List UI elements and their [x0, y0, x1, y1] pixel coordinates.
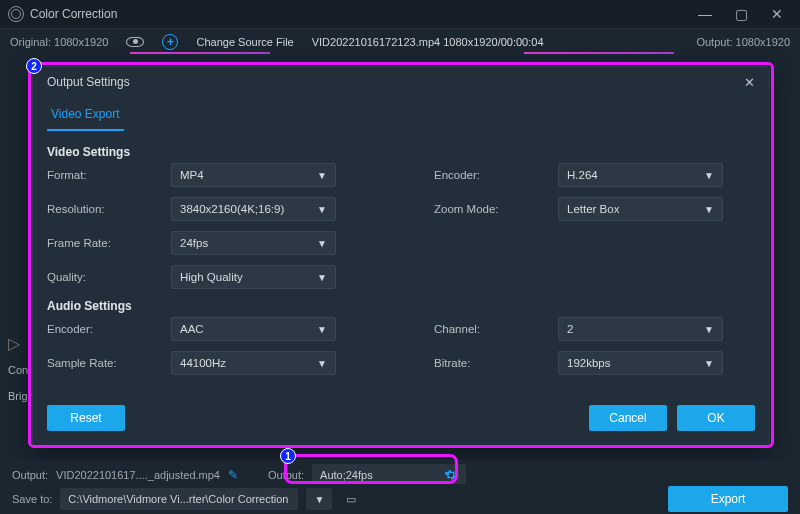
chevron-down-icon: ▼ — [704, 358, 714, 369]
channel-label: Channel: — [434, 323, 544, 335]
ok-button[interactable]: OK — [677, 405, 755, 431]
resolution-dropdown[interactable]: 3840x2160(4K;16:9)▼ — [171, 197, 336, 221]
tab-video-export[interactable]: Video Export — [47, 101, 124, 131]
encoder-dropdown[interactable]: H.264▼ — [558, 163, 723, 187]
dialog-title: Output Settings — [47, 75, 130, 89]
change-source-link[interactable]: Change Source File — [196, 36, 293, 48]
encoder-value: H.264 — [567, 169, 598, 181]
annotation-badge-2: 2 — [26, 58, 42, 74]
save-path-value: C:\Vidmore\Vidmore Vi...rter\Color Corre… — [68, 493, 288, 505]
preview-eye-icon[interactable] — [126, 37, 144, 47]
chevron-down-icon: ▼ — [317, 324, 327, 335]
app-logo-icon — [8, 6, 24, 22]
gear-icon[interactable] — [444, 468, 458, 482]
close-window-button[interactable]: ✕ — [762, 3, 792, 25]
original-dimensions: Original: 1080x1920 — [10, 36, 108, 48]
video-settings-heading: Video Settings — [47, 145, 755, 159]
maximize-button[interactable]: ▢ — [726, 3, 756, 25]
frame-rate-dropdown[interactable]: 24fps▼ — [171, 231, 336, 255]
resolution-value: 3840x2160(4K;16:9) — [180, 203, 284, 215]
audio-encoder-dropdown[interactable]: AAC▼ — [171, 317, 336, 341]
save-bar: Save to: C:\Vidmore\Vidmore Vi...rter\Co… — [0, 484, 800, 514]
chevron-down-icon: ▼ — [704, 170, 714, 181]
sample-rate-dropdown[interactable]: 44100Hz▼ — [171, 351, 336, 375]
chevron-down-icon: ▼ — [317, 358, 327, 369]
save-path-box[interactable]: C:\Vidmore\Vidmore Vi...rter\Color Corre… — [60, 488, 298, 510]
annotation-badge-1: 1 — [280, 448, 296, 464]
title-bar: Color Correction — ▢ ✕ — [0, 0, 800, 28]
chevron-down-icon: ▼ — [704, 204, 714, 215]
output-settings-dialog: Output Settings ✕ Video Export Video Set… — [32, 66, 770, 446]
chevron-down-icon: ▼ — [317, 238, 327, 249]
bitrate-label: Bitrate: — [434, 357, 544, 369]
output-file-label: Output: — [12, 469, 48, 481]
edit-output-name-icon[interactable]: ✎ — [228, 468, 238, 482]
output-file-name: VID2022101617...._adjusted.mp4 — [56, 469, 220, 481]
resolution-label: Resolution: — [47, 203, 157, 215]
frame-rate-value: 24fps — [180, 237, 208, 249]
sample-rate-value: 44100Hz — [180, 357, 226, 369]
save-path-dropdown[interactable]: ▼ — [306, 488, 332, 510]
quality-label: Quality: — [47, 271, 157, 283]
output-dimensions: Output: 1080x1920 — [696, 36, 790, 48]
output-preset-box[interactable]: Auto;24fps — [312, 464, 466, 486]
zoom-mode-value: Letter Box — [567, 203, 619, 215]
output-preset-label: Output: — [268, 469, 304, 481]
audio-settings-heading: Audio Settings — [47, 299, 755, 313]
channel-value: 2 — [567, 323, 573, 335]
add-source-icon[interactable]: + — [162, 34, 178, 50]
chevron-down-icon: ▼ — [317, 204, 327, 215]
output-preset-value: Auto;24fps — [320, 469, 373, 481]
export-button[interactable]: Export — [668, 486, 788, 512]
bitrate-value: 192kbps — [567, 357, 610, 369]
audio-encoder-label: Encoder: — [47, 323, 157, 335]
audio-encoder-value: AAC — [180, 323, 204, 335]
minimize-button[interactable]: — — [690, 3, 720, 25]
frame-rate-label: Frame Rate: — [47, 237, 157, 249]
format-dropdown[interactable]: MP4▼ — [171, 163, 336, 187]
source-file-info: VID20221016172123.mp4 1080x1920/00:00:04 — [312, 36, 544, 48]
app-title: Color Correction — [30, 7, 117, 21]
sample-rate-label: Sample Rate: — [47, 357, 157, 369]
zoom-mode-dropdown[interactable]: Letter Box▼ — [558, 197, 723, 221]
chevron-down-icon: ▼ — [317, 170, 327, 181]
reset-button[interactable]: Reset — [47, 405, 125, 431]
cancel-button[interactable]: Cancel — [589, 405, 667, 431]
quality-value: High Quality — [180, 271, 243, 283]
format-label: Format: — [47, 169, 157, 181]
open-folder-icon[interactable]: ▭ — [340, 488, 362, 510]
top-info-strip: Original: 1080x1920 + Change Source File… — [0, 28, 800, 54]
encoder-label: Encoder: — [434, 169, 544, 181]
zoom-mode-label: Zoom Mode: — [434, 203, 544, 215]
save-to-label: Save to: — [12, 493, 52, 505]
bitrate-dropdown[interactable]: 192kbps▼ — [558, 351, 723, 375]
channel-dropdown[interactable]: 2▼ — [558, 317, 723, 341]
format-value: MP4 — [180, 169, 204, 181]
play-icon[interactable]: ▷ — [8, 334, 20, 353]
close-dialog-button[interactable]: ✕ — [744, 75, 755, 90]
chevron-down-icon: ▼ — [317, 272, 327, 283]
quality-dropdown[interactable]: High Quality▼ — [171, 265, 336, 289]
chevron-down-icon: ▼ — [704, 324, 714, 335]
